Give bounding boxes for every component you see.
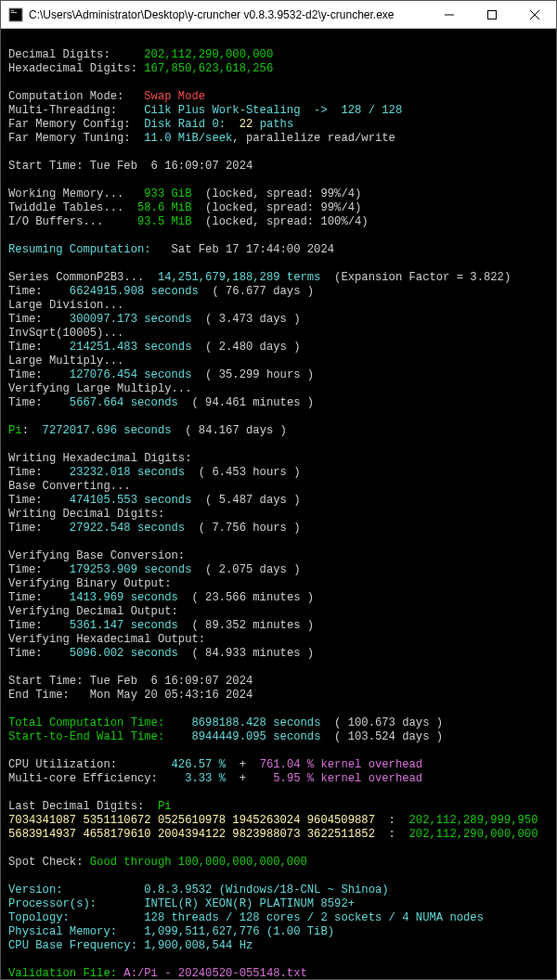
- validation-label: Validation File:: [8, 967, 123, 979]
- vbo-s: 1413.969 seconds: [70, 591, 178, 604]
- vlm-h: ( 94.461 minutes ): [178, 396, 314, 409]
- multi-label: Multi-Threading:: [8, 104, 144, 117]
- maximize-button[interactable]: [471, 1, 513, 29]
- series-s: 6624915.908 seconds: [70, 285, 199, 298]
- vho-h: ( 84.933 minutes ): [178, 647, 314, 660]
- lm-s: 127076.454 seconds: [70, 368, 192, 381]
- lm-h: ( 35.299 hours ): [191, 368, 314, 381]
- wm-size: 933 GiB: [131, 187, 192, 200]
- digits-pos1: 202,112,289,999,950: [409, 814, 538, 827]
- start-time: Tue Feb 6 16:09:07 2024: [90, 160, 253, 173]
- wm-post: (locked, spread: 99%/4): [191, 187, 361, 200]
- topo: 128 threads / 128 cores / 2 sockets / 4 …: [144, 911, 484, 924]
- ver: 0.8.3.9532 (Windows/18-CNL ~ Shinoa): [144, 883, 388, 896]
- vlm-label: Verifying Large Multiply...: [8, 382, 191, 395]
- svg-rect-1: [11, 10, 14, 11]
- time-prefix: Time:: [8, 619, 70, 632]
- dec-digits: 202,112,290,000,000: [144, 48, 273, 61]
- pi-s: 7272017.696 seconds: [43, 424, 172, 437]
- spot-result: Good through 100,000,000,000,000: [90, 856, 307, 869]
- far-cfg-pre: Disk Raid 0:: [144, 118, 239, 131]
- vdo-label: Verifying Decimal Output:: [8, 605, 178, 618]
- ld-label: Large Division...: [8, 299, 123, 312]
- spot-label: Spot Check:: [8, 856, 90, 869]
- mce-pct: 3.33 %: [172, 772, 227, 785]
- start-time-label: Start Time:: [8, 160, 90, 173]
- wdd-s: 27922.548 seconds: [70, 522, 185, 535]
- time-prefix: Time:: [8, 368, 70, 381]
- proc-label: Processor(s):: [8, 897, 144, 910]
- tt-post: (locked, spread: 99%/4): [191, 201, 361, 214]
- series-label: Series CommonP2B3...: [8, 271, 158, 284]
- tt-size: 58.6 MiB: [131, 201, 192, 214]
- comp-mode: Swap Mode: [144, 90, 205, 103]
- time-prefix: Time:: [8, 466, 70, 479]
- ver-label: Version:: [8, 883, 144, 896]
- io-label: I/O Buffers...: [8, 215, 131, 228]
- tct-label: Total Computation Time:: [8, 716, 191, 729]
- resume-time: Sat Feb 17 17:44:00 2024: [172, 243, 335, 256]
- time-prefix: Time:: [8, 396, 70, 409]
- app-window: C:\Users\Administrator\Desktop\y-crunche…: [0, 0, 557, 980]
- constant-name: Pi: [158, 800, 172, 813]
- ld-h: ( 3.473 days ): [191, 313, 300, 326]
- time-prefix: Time:: [8, 285, 70, 298]
- lm-label: Large Multiply...: [8, 355, 123, 368]
- vbo-label: Verifying Binary Output:: [8, 577, 172, 590]
- multi-val: Cilk Plus Work-Stealing -> 128 / 128: [144, 104, 402, 117]
- last-digits-label: Last Decimal Digits:: [8, 800, 158, 813]
- mem-label: Physical Memory:: [8, 925, 144, 938]
- time-prefix: Time:: [8, 341, 70, 354]
- vdo-s: 5361.147 seconds: [70, 619, 178, 632]
- mce-kernel: 5.95 % kernel overhead: [260, 772, 423, 785]
- time-prefix: Time:: [8, 313, 70, 326]
- whd-h: ( 6.453 hours ): [185, 466, 300, 479]
- sew-h: ( 103.524 days ): [320, 730, 443, 743]
- vbc-h: ( 2.075 days ): [191, 563, 300, 576]
- vbo-h: ( 23.566 minutes ): [178, 591, 314, 604]
- io-post: (locked, spread: 100%/4): [191, 215, 368, 228]
- bc-s: 474105.553 seconds: [70, 494, 192, 507]
- validation-path: A:/Pi - 20240520-055148.txt: [123, 967, 306, 979]
- tct-h: ( 100.673 days ): [320, 716, 443, 729]
- bc-h: ( 5.487 days ): [191, 494, 300, 507]
- svg-rect-4: [488, 10, 497, 19]
- end: Mon May 20 05:43:16 2024: [90, 689, 253, 702]
- is-label: InvSqrt(10005)...: [8, 327, 123, 340]
- window-title: C:\Users\Administrator\Desktop\y-crunche…: [29, 8, 428, 21]
- cpu-util-kernel: 761.04 % kernel overhead: [260, 758, 423, 771]
- far-tune-speed: 11.0 MiB/seek: [144, 132, 232, 145]
- far-tune-label: Far Memory Tuning:: [8, 132, 144, 145]
- digits-pos2: 202,112,290,000,000: [409, 828, 538, 841]
- bc-label: Base Converting...: [8, 480, 131, 493]
- freq-label: CPU Base Frequency:: [8, 939, 144, 952]
- minimize-button[interactable]: [428, 1, 471, 29]
- topo-label: Topology:: [8, 911, 144, 924]
- terminal-output[interactable]: Decimal Digits: 202,112,290,000,000 Hexa…: [1, 29, 556, 979]
- far-cfg-num: 22: [240, 118, 253, 131]
- wdd-label: Writing Decimal Digits:: [8, 508, 164, 521]
- time-prefix: Time:: [8, 563, 70, 576]
- digits-row1: 7034341087 5351110672 0525610978 1945263…: [8, 814, 375, 827]
- sew-label: Start-to-End Wall Time:: [8, 730, 191, 743]
- far-cfg-post: paths: [253, 118, 293, 131]
- vho-label: Verifying Hexadecimal Output:: [8, 633, 205, 646]
- time-prefix: Time:: [8, 591, 70, 604]
- start2: Tue Feb 6 16:09:07 2024: [90, 675, 253, 688]
- cpu-util-label: CPU Utilization:: [8, 758, 172, 771]
- plus: +: [226, 772, 260, 785]
- vbc-label: Verifying Base Conversion:: [8, 549, 185, 562]
- dec-digits-label: Decimal Digits:: [8, 48, 144, 61]
- time-prefix: Time:: [8, 494, 70, 507]
- resume-label: Resuming Computation:: [8, 243, 172, 256]
- close-button[interactable]: [513, 1, 556, 29]
- whd-s: 23232.018 seconds: [70, 466, 185, 479]
- freq: 1,900,008,544 Hz: [144, 939, 253, 952]
- vdo-h: ( 89.352 minutes ): [178, 619, 314, 632]
- series-terms: 14,251,679,188,289 terms: [158, 271, 321, 284]
- series-ef: (Expansion Factor = 3.822): [320, 271, 511, 284]
- titlebar[interactable]: C:\Users\Administrator\Desktop\y-crunche…: [1, 1, 556, 29]
- tct-s: 8698188.428 seconds: [191, 716, 320, 729]
- sep: :: [375, 814, 409, 827]
- time-prefix: Time:: [8, 647, 70, 660]
